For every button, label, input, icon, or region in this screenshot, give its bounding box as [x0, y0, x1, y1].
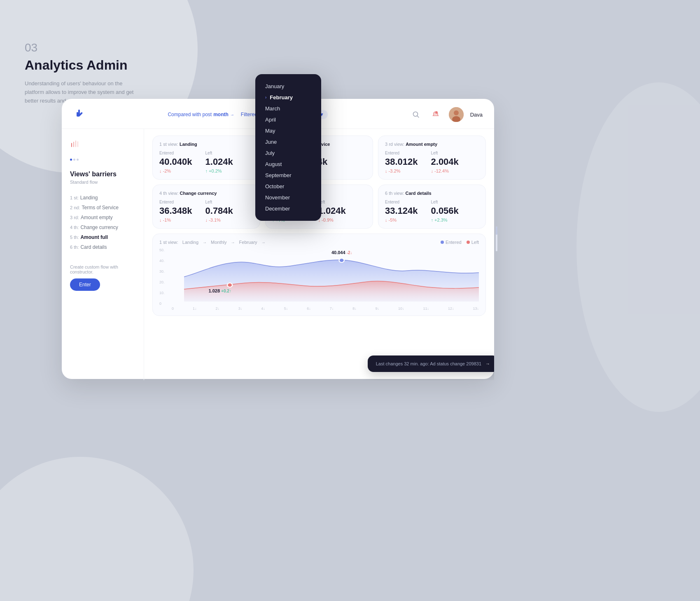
stat-row: Entered 36.348k ↓ -1% Left 0.784k ↓ -3.1…	[159, 200, 253, 222]
chart-x-labels: 01↓2↓3↓4↓5↓6↓7↓8↓9↓10↓11↓12↓13↓	[172, 306, 479, 311]
month-item-may[interactable]: May	[255, 125, 321, 136]
month-item-september[interactable]: September	[255, 170, 321, 181]
sidebar-footer: Create custom flow with constructor. Ent…	[70, 264, 135, 291]
sidebar: Views' barriers Standard flow 1 st: Land…	[62, 129, 144, 380]
month-item-november[interactable]: November	[255, 192, 321, 203]
chart-period: Monthly	[211, 240, 227, 245]
search-button[interactable]	[409, 108, 422, 121]
chart-view-num: 1 st view:	[159, 240, 178, 245]
month-item-january[interactable]: January	[255, 81, 321, 92]
stat-entered: Entered 36.348k ↓ -1%	[159, 200, 192, 222]
chart-legend-entered: Entered	[441, 240, 462, 245]
svg-point-0	[413, 112, 418, 117]
compare-label: Compared with post	[168, 112, 212, 117]
stat-card-4: 4 th view: Change currency Entered 36.34…	[152, 185, 260, 229]
stat-left: Left 1.024k ↑ +0.2%	[205, 151, 233, 173]
stat-row: Entered 40.040k ↓ -2% Left 1.024k ↑ +0.2…	[159, 151, 253, 173]
stat-view-label: 6 th view: Card details	[385, 191, 479, 196]
notification-bar[interactable]: Last changes 32 min. ago: Ad status chan…	[368, 355, 494, 372]
left-legend: Left	[471, 240, 479, 245]
stat-left: Left 0.056k ↑ +2.3%	[431, 200, 459, 222]
month-item-march[interactable]: March	[255, 103, 321, 114]
sidebar-list-item: 4 th: Change currency	[70, 222, 135, 232]
page-title: Analytics Admin	[25, 58, 156, 73]
sidebar-list-item: 2 nd: Terms of Service	[70, 203, 135, 213]
sidebar-dots	[70, 159, 135, 161]
stat-entered: Entered 33.124k ↓ -5%	[385, 200, 418, 222]
avatar	[449, 107, 464, 122]
sidebar-icon	[70, 139, 135, 150]
compare-arrow: →	[230, 112, 234, 117]
svg-point-1	[435, 111, 438, 114]
sidebar-list: 1 st: Landing2 nd: Terms of Service3 rd:…	[70, 193, 135, 252]
sidebar-title: Views' barriers	[70, 171, 135, 178]
svg-point-10	[227, 283, 232, 287]
chart-area: 40.044 -2↓ 1.028 +0.2↑	[172, 248, 479, 306]
notif-text: Last changes 32 min. ago: Ad status chan…	[376, 361, 481, 366]
chart-legend-left: Left	[467, 240, 479, 245]
scroll-thumb	[496, 227, 497, 235]
chart-section: 1 st view: Landing → Monthly → February …	[152, 234, 486, 316]
scrollbar[interactable]	[496, 227, 497, 251]
notification-button[interactable]	[429, 108, 442, 121]
stat-row: Entered 33.124k ↓ -5% Left 0.056k ↑ +2.3…	[385, 200, 479, 222]
stat-entered: Entered 38.012k ↓ -3.2%	[385, 151, 418, 173]
month-dropdown: January›FebruaryMarchAprilMayJuneJulyAug…	[255, 74, 321, 221]
stat-card-3: 3 rd view: Amount empty Entered 38.012k …	[378, 136, 486, 180]
enter-button[interactable]: Enter	[70, 278, 100, 291]
entered-legend: Entered	[446, 240, 462, 245]
svg-point-9	[339, 258, 344, 262]
stat-entered: Entered 40.040k ↓ -2%	[159, 151, 192, 173]
svg-rect-7	[75, 140, 76, 147]
stat-left: Left 2.004k ↓ -12.4%	[431, 151, 459, 173]
stat-card-1: 1 st view: Landing Entered 40.040k ↓ -2%…	[152, 136, 260, 180]
sidebar-list-item: 6 th: Card details	[70, 242, 135, 252]
month-item-december[interactable]: December	[255, 203, 321, 214]
step-number: 03	[25, 41, 156, 54]
sidebar-list-item: 5 th: Amount full	[70, 232, 135, 242]
stat-left: Left 1.024k ↓ -0.9%	[318, 200, 346, 222]
month-item-august[interactable]: August	[255, 159, 321, 170]
month-item-february[interactable]: ›February	[255, 92, 321, 103]
dot-2	[73, 159, 75, 161]
sidebar-subtitle: Standard flow	[70, 180, 135, 185]
chart-container: 50.40.30.20.10.0	[159, 248, 479, 306]
compare-filter: Compared with post month →	[168, 112, 234, 117]
month-item-october[interactable]: October	[255, 181, 321, 192]
dot-3	[77, 159, 79, 161]
svg-rect-5	[71, 143, 72, 147]
svg-rect-8	[77, 141, 78, 147]
stat-view-label: 3 rd view: Amount empty	[385, 142, 479, 147]
logo	[73, 107, 86, 122]
stat-view-label: 4 th view: Change currency	[159, 191, 253, 196]
stat-left: Left 0.784k ↓ -3.1%	[205, 200, 233, 222]
dot-1	[70, 159, 72, 161]
chart-view-name: Landing	[182, 240, 198, 245]
compare-value: month	[213, 112, 229, 117]
sidebar-list-item: 3 rd: Amount empty	[70, 213, 135, 222]
svg-point-3	[454, 110, 459, 115]
chart-tooltip-left: 1.028 +0.2↑	[209, 288, 231, 293]
wave-chart	[184, 248, 479, 302]
bg-decoration-bottom	[0, 457, 194, 601]
svg-rect-6	[73, 142, 74, 147]
chart-header: 1 st view: Landing → Monthly → February …	[159, 240, 479, 245]
bg-decoration-right	[576, 82, 700, 412]
chart-y-labels: 50.40.30.20.10.0	[159, 248, 165, 306]
stat-card-6: 6 th view: Card details Entered 33.124k …	[378, 185, 486, 229]
chart-tooltip-entered: 40.044 -2↓	[331, 250, 352, 255]
create-custom-text: Create custom flow with constructor.	[70, 264, 135, 274]
user-name: Dava	[470, 112, 483, 118]
notif-arrow: →	[485, 361, 490, 366]
month-item-april[interactable]: April	[255, 114, 321, 125]
chart-month: February	[239, 240, 257, 245]
stat-view-label: 1 st view: Landing	[159, 142, 253, 147]
sidebar-list-item: 1 st: Landing	[70, 193, 135, 203]
left-panel: 03 Analytics Admin Understanding of user…	[25, 41, 156, 105]
month-item-july[interactable]: July	[255, 147, 321, 159]
header-right: Dava	[409, 107, 483, 122]
month-item-june[interactable]: June	[255, 136, 321, 147]
stat-row: Entered 38.012k ↓ -3.2% Left 2.004k ↓ -1…	[385, 151, 479, 173]
